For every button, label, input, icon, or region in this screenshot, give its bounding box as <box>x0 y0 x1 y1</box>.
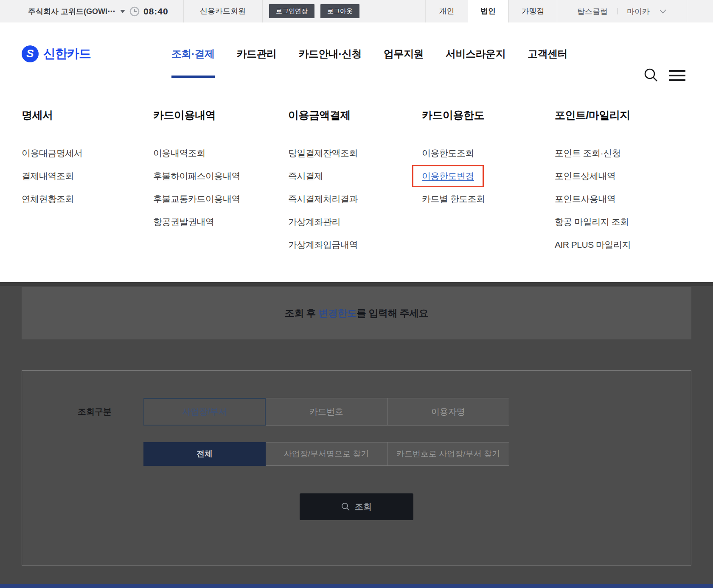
mega-column-title: 카드이용내역 <box>153 108 240 122</box>
menu-shadow <box>0 282 713 286</box>
menu-link-limit-change[interactable]: 이용한도변경 <box>422 171 474 181</box>
tab-find-dept-by-card[interactable]: 카드번호로 사업장/부서 찾기 <box>387 442 509 466</box>
extend-login-button[interactable]: 로그인연장 <box>269 4 314 18</box>
search-type-tabs: 사업장/부서 카드번호 이용자명 <box>143 398 509 426</box>
menu-item[interactable]: 항공권발권내역 <box>153 216 240 228</box>
footer-top-strip <box>0 584 713 588</box>
mega-column-points-mileage: 포인트/마일리지 포인트 조회·신청 포인트상세내역 포인트사용내역 항공 마일… <box>555 108 631 261</box>
menu-item[interactable]: 가상계좌입금내역 <box>288 238 358 251</box>
menu-item[interactable]: 이용내역조회 <box>153 147 240 160</box>
menu-item[interactable]: 이용한도조회 <box>422 147 485 160</box>
tab-business-dept[interactable]: 사업장/부서 <box>143 398 266 426</box>
menu-item[interactable]: 포인트사용내역 <box>555 193 631 205</box>
search-scope-tabs: 전체 사업장/부서명으로 찾기 카드번호로 사업장/부서 찾기 <box>143 442 509 466</box>
highlight-box: 이용한도변경 <box>412 165 484 187</box>
shinhancard-logo[interactable]: S 신한카드 <box>22 22 91 85</box>
menu-item[interactable]: 포인트상세내역 <box>555 170 631 182</box>
hamburger-icon[interactable] <box>669 70 685 81</box>
search-icon[interactable] <box>643 67 659 83</box>
shinhancard-page: 주식회사 고위드(GOWI⋯ 08:40 신용카드회원 로그인연장 로그아웃 개… <box>0 0 713 588</box>
menu-item[interactable]: 결제내역조회 <box>22 170 83 182</box>
dimmed-page-content: 조회 후 변경한도를 입력해 주세요 조회구분 사업장/부서 카드번호 이용자명… <box>0 282 713 588</box>
search-form: 조회구분 사업장/부서 카드번호 이용자명 전체 사업장/부서명으로 찾기 카드… <box>22 370 691 566</box>
nav-business-support[interactable]: 업무지원 <box>384 22 424 85</box>
tab-find-by-dept-name[interactable]: 사업장/부서명으로 찾기 <box>265 442 387 466</box>
mega-menu: 명세서 이용대금명세서 결제내역조회 연체현황조회 카드이용내역 이용내역조회 … <box>0 85 713 282</box>
tab-all[interactable]: 전체 <box>143 442 266 466</box>
mega-column-title: 이용금액결제 <box>288 108 358 122</box>
mega-column-title: 카드이용한도 <box>422 108 485 122</box>
search-submit-button[interactable]: 조회 <box>300 493 413 520</box>
mega-column-title: 명세서 <box>22 108 83 122</box>
nav-card-management[interactable]: 카드관리 <box>237 22 277 85</box>
company-name: 주식회사 고위드(GOWI⋯ <box>28 6 115 17</box>
menu-item[interactable]: 당일결제잔액조회 <box>288 147 358 160</box>
search-submit-label: 조회 <box>355 501 372 512</box>
banner-text-highlight: 변경한도 <box>318 308 356 319</box>
session-timer: 08:40 <box>129 0 168 22</box>
divider <box>262 0 263 22</box>
link-topsclub[interactable]: 탑스클럽 <box>577 6 608 17</box>
menu-item[interactable]: AIR PLUS 마일리지 <box>555 238 631 251</box>
tab-personal[interactable]: 개인 <box>425 0 468 22</box>
menu-item[interactable]: 후불교통카드이용내역 <box>153 193 240 205</box>
link-mycar[interactable]: 마이카 <box>627 6 650 17</box>
mega-column-statements: 명세서 이용대금명세서 결제내역조회 연체현황조회 <box>22 108 83 216</box>
menu-item[interactable]: 포인트 조회·신청 <box>555 147 631 160</box>
menu-item[interactable]: 즉시결제처리결과 <box>288 193 358 205</box>
caret-down-icon <box>120 10 125 13</box>
nav-service-lounge[interactable]: 서비스라운지 <box>446 22 505 85</box>
clock-icon <box>129 6 140 17</box>
divider <box>617 8 618 14</box>
search-type-label: 조회구분 <box>78 398 112 426</box>
tab-merchant[interactable]: 가맹점 <box>508 0 557 22</box>
company-selector[interactable]: 주식회사 고위드(GOWI⋯ <box>28 0 125 22</box>
menu-item-highlighted: 이용한도변경 <box>422 170 485 182</box>
nav-inquiry-payment[interactable]: 조회·결제 <box>171 22 215 85</box>
search-icon <box>341 502 350 511</box>
tab-corporate[interactable]: 법인 <box>468 0 508 22</box>
mega-column-amount-payment: 이용금액결제 당일결제잔액조회 즉시결제 즉시결제처리결과 가상계좌관리 가상계… <box>288 108 358 261</box>
shinhan-s-icon: S <box>22 45 39 62</box>
banner-text-prefix: 조회 후 <box>285 308 318 319</box>
global-nav: 조회·결제 카드관리 카드안내·신청 업무지원 서비스라운지 고객센터 <box>171 22 567 85</box>
session-time: 08:40 <box>143 6 168 17</box>
banner-text-suffix: 를 입력해 주세요 <box>356 308 428 319</box>
tab-user-name[interactable]: 이용자명 <box>387 398 509 426</box>
menu-item[interactable]: 가상계좌관리 <box>288 216 358 228</box>
member-type-label: 신용카드회원 <box>183 0 262 22</box>
menu-item[interactable]: 후불하이패스이용내역 <box>153 170 240 182</box>
mega-column-title: 포인트/마일리지 <box>555 108 631 122</box>
main-header: S 신한카드 조회·결제 카드관리 카드안내·신청 업무지원 서비스라운지 고객… <box>0 22 713 85</box>
logout-button[interactable]: 로그아웃 <box>320 4 359 18</box>
menu-item[interactable]: 즉시결제 <box>288 170 358 182</box>
tab-card-number[interactable]: 카드번호 <box>265 398 387 426</box>
menu-item[interactable]: 카드별 한도조회 <box>422 193 485 205</box>
utility-bar: 주식회사 고위드(GOWI⋯ 08:40 신용카드회원 로그인연장 로그아웃 개… <box>0 0 713 22</box>
nav-card-guide-apply[interactable]: 카드안내·신청 <box>299 22 362 85</box>
menu-item[interactable]: 이용대금명세서 <box>22 147 83 160</box>
guide-banner: 조회 후 변경한도를 입력해 주세요 <box>22 287 691 339</box>
logo-text: 신한카드 <box>43 45 91 62</box>
menu-item[interactable]: 연체현황조회 <box>22 193 83 205</box>
chevron-down-icon[interactable] <box>659 9 667 14</box>
mega-column-card-limit: 카드이용한도 이용한도조회 이용한도변경 카드별 한도조회 <box>422 108 485 216</box>
utility-links: 탑스클럽 마이카 <box>557 0 687 22</box>
nav-customer-center[interactable]: 고객센터 <box>528 22 567 85</box>
menu-item[interactable]: 항공 마일리지 조회 <box>555 216 631 228</box>
mega-column-card-usage: 카드이용내역 이용내역조회 후불하이패스이용내역 후불교통카드이용내역 항공권발… <box>153 108 240 238</box>
